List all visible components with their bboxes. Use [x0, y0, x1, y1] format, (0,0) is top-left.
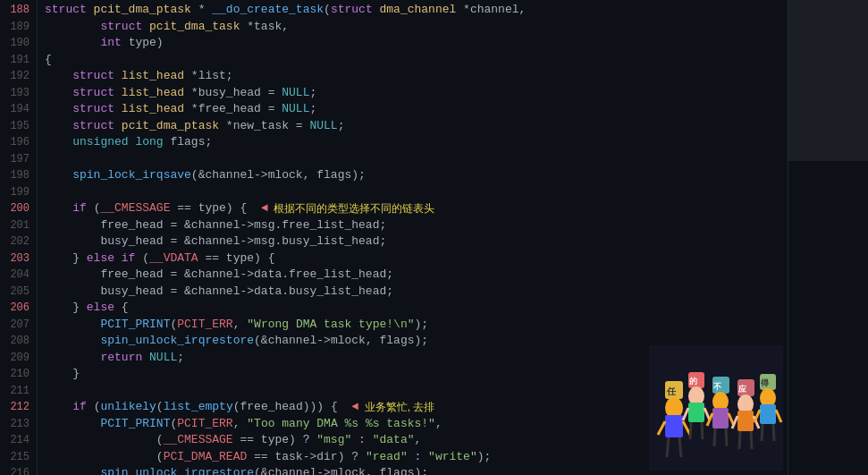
code-line: struct list_head *busy_head = NULL;: [45, 85, 788, 102]
svg-rect-20: [712, 408, 729, 428]
svg-line-23: [714, 428, 715, 446]
line-number: 213: [4, 416, 29, 433]
line-number: 203: [4, 250, 29, 267]
code-line: struct pcit_dma_ptask * __do_create_task…: [45, 2, 788, 19]
code-line: free_head = &channel->msg.free_list_head…: [45, 217, 788, 234]
line-number: 210: [4, 366, 29, 383]
svg-rect-12: [688, 403, 704, 422]
anime-image: 任 的 不 应: [649, 345, 783, 471]
svg-rect-4: [665, 415, 683, 437]
line-number: 198: [4, 167, 29, 184]
minimap[interactable]: [788, 0, 868, 475]
line-number: 212: [4, 399, 29, 416]
svg-rect-36: [760, 404, 776, 424]
svg-line-40: [773, 424, 774, 441]
code-line: } else {: [45, 300, 788, 317]
svg-text:应: 应: [737, 384, 747, 394]
line-number: 195: [4, 118, 29, 135]
svg-rect-28: [737, 411, 754, 431]
code-line: busy_head = &channel->msg.busy_list_head…: [45, 233, 788, 250]
svg-line-16: [702, 422, 703, 439]
line-number: 194: [4, 101, 29, 118]
code-line: [45, 151, 788, 168]
line-number: 188: [4, 2, 29, 19]
code-line: PCIT_PRINT(PCIT_ERR, "Wrong DMA task typ…: [45, 317, 788, 334]
code-line: [45, 184, 788, 201]
svg-text:任: 任: [666, 386, 677, 397]
code-line: free_head = &channel->data.free_list_hea…: [45, 267, 788, 284]
minimap-viewport: [788, 0, 868, 161]
line-number: 214: [4, 432, 29, 449]
code-line: spin_lock_irqsave(&channel->mlock, flags…: [45, 167, 788, 184]
line-number: 202: [4, 233, 29, 250]
svg-line-8: [679, 437, 681, 457]
code-line: busy_head = &channel->data.busy_list_hea…: [45, 284, 788, 301]
svg-line-39: [762, 424, 763, 441]
line-number: 200: [4, 200, 29, 217]
line-number: 205: [4, 284, 29, 301]
code-line: struct pcit_dma_ptask *new_task = NULL;: [45, 118, 788, 135]
line-number: 199: [4, 184, 29, 201]
code-line: if (__CMESSAGE == type) { ◄ 根据不同的类型选择不同的…: [45, 200, 788, 217]
svg-line-7: [667, 437, 669, 457]
line-number: 189: [4, 19, 29, 36]
svg-line-24: [726, 428, 727, 446]
line-number: 207: [4, 317, 29, 334]
line-number: 204: [4, 267, 29, 284]
line-number: 193: [4, 85, 29, 102]
line-number: 192: [4, 68, 29, 85]
code-line: struct list_head *list;: [45, 68, 788, 85]
code-line: unsigned long flags;: [45, 134, 788, 151]
line-number: 215: [4, 449, 29, 466]
svg-line-31: [739, 431, 740, 449]
code-line: int type): [45, 35, 788, 52]
code-line: } else if (__VDATA == type) {: [45, 250, 788, 267]
line-number: 196: [4, 134, 29, 151]
line-number: 190: [4, 35, 29, 52]
line-number: 216: [4, 465, 29, 475]
line-number: 209: [4, 350, 29, 367]
line-number: 206: [4, 300, 29, 317]
line-number: 208: [4, 333, 29, 350]
code-line: {: [45, 52, 788, 69]
code-line: struct pcit_dma_task *task,: [45, 19, 788, 36]
svg-text:不: 不: [712, 382, 721, 392]
line-number: 191: [4, 52, 29, 69]
code-editor: 1881891901911921931941951961971981992002…: [0, 0, 868, 475]
line-numbers: 1881891901911921931941951961971981992002…: [0, 0, 38, 475]
line-number: 211: [4, 383, 29, 400]
svg-line-32: [751, 431, 752, 449]
code-line: struct list_head *free_head = NULL;: [45, 101, 788, 118]
svg-line-15: [690, 422, 691, 439]
line-number: 201: [4, 217, 29, 234]
line-number: 197: [4, 151, 29, 168]
svg-text:得: 得: [760, 378, 770, 388]
svg-text:的: 的: [689, 377, 697, 386]
